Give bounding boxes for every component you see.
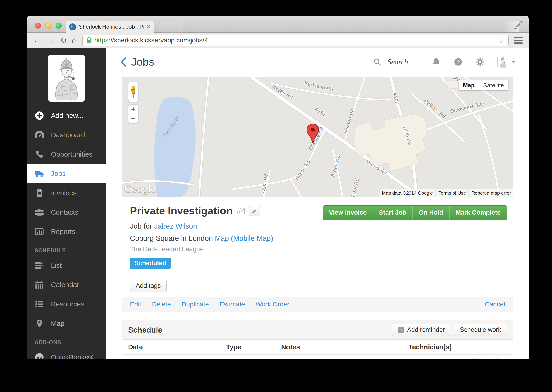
- job-for-label: Job for: [130, 222, 152, 230]
- sidebar-item-opportunities[interactable]: Opportunities: [27, 145, 106, 164]
- terms-of-use-link[interactable]: Terms of Use: [436, 189, 468, 197]
- bookmark-star-icon[interactable]: ☆: [498, 36, 505, 45]
- page-title: Jobs: [131, 56, 154, 68]
- delete-link[interactable]: Delete: [152, 301, 171, 308]
- sidebar-item-resources[interactable]: Resources: [27, 294, 106, 314]
- back-icon[interactable]: ←: [33, 36, 42, 45]
- minimize-window-button[interactable]: [45, 23, 51, 29]
- start-job-button[interactable]: Start Job: [373, 206, 412, 220]
- job-summary-panel: Private Investigation #4 View Invoice St…: [122, 199, 513, 312]
- url-text: ://sherlock.kickservapp.com/jobs/4: [108, 37, 208, 44]
- sidebar-section-addons: ADD-ONS: [27, 333, 106, 348]
- tab-favicon: k: [69, 23, 76, 30]
- invoice-document-icon: [34, 188, 45, 198]
- report-map-error-link[interactable]: Report a map error: [469, 189, 513, 197]
- sidebar-item-calendar[interactable]: Calendar: [27, 275, 106, 294]
- on-hold-button[interactable]: On Hold: [412, 206, 449, 220]
- phone-icon: [34, 149, 45, 160]
- job-links-bar: Edit Delete Duplicate Estimate Work Orde…: [122, 297, 513, 312]
- search-control[interactable]: Search: [373, 57, 408, 66]
- sidebar-item-quickbooks[interactable]: qb QuickBooks®: [27, 348, 106, 359]
- search-icon: [373, 58, 381, 66]
- home-icon[interactable]: ⌂: [72, 36, 77, 45]
- zoom-out-button[interactable]: −: [128, 114, 138, 123]
- sidebar-item-label: QuickBooks®: [51, 353, 93, 359]
- row-action-button[interactable]: [487, 358, 498, 359]
- map-link[interactable]: Map: [215, 234, 229, 242]
- sidebar-item-list[interactable]: List: [27, 256, 106, 275]
- sidebar-item-jobs[interactable]: Jobs: [27, 164, 106, 183]
- view-invoice-button[interactable]: View Invoice: [323, 206, 373, 220]
- sidebar-item-label: List: [51, 261, 62, 269]
- customer-link[interactable]: Jabez Wilson: [154, 222, 197, 230]
- help-icon[interactable]: ?: [453, 57, 463, 67]
- job-details: Private Investigation #4 View Invoice St…: [122, 199, 513, 274]
- add-tags-button[interactable]: Add tags: [130, 280, 167, 292]
- tags-section: Add tags: [122, 274, 513, 297]
- sidebar-item-label: Reports: [51, 228, 75, 236]
- row-action-button[interactable]: [472, 358, 483, 359]
- tab-title: Sherlock Holmes : Job : Pri: [79, 24, 145, 30]
- bullet-list-icon: [34, 299, 45, 309]
- zoom-in-button[interactable]: +: [128, 105, 138, 114]
- chrome-menu-icon[interactable]: [514, 37, 523, 44]
- sidebar-item-label: Jobs: [51, 170, 65, 178]
- tab-close-icon[interactable]: ×: [147, 23, 150, 30]
- browser-window: k Sherlock Holmes : Job : Pri × ← → ↻ ⌂ …: [27, 16, 529, 359]
- sidebar-item-contacts[interactable]: Contacts: [27, 203, 106, 222]
- sidebar-item-label: Calendar: [51, 281, 79, 289]
- map-type-control: Map Satellite: [459, 80, 508, 91]
- map-type-map-button[interactable]: Map: [459, 80, 479, 91]
- schedule-title: Schedule: [128, 326, 162, 335]
- quickbooks-icon: qb: [34, 352, 45, 359]
- account-avatar[interactable]: [48, 55, 85, 102]
- chevron-down-icon[interactable]: [511, 61, 516, 63]
- address-bar[interactable]: https ://sherlock.kickservapp.com/jobs/4…: [82, 35, 509, 46]
- edit-job-title-button[interactable]: [249, 206, 260, 216]
- schedule-table-header: Date Type Notes Technician(s): [122, 340, 513, 355]
- add-reminder-label: Add reminder: [407, 326, 445, 334]
- schedule-work-button[interactable]: Schedule work: [454, 324, 507, 336]
- fullscreen-icon[interactable]: [514, 21, 523, 29]
- sidebar-item-invoices[interactable]: Invoices: [27, 183, 106, 203]
- settings-gear-icon[interactable]: [475, 57, 485, 67]
- street-view-pegman[interactable]: [128, 82, 138, 102]
- sidebar-item-dashboard[interactable]: Dashboard: [27, 125, 106, 145]
- browser-titlebar: k Sherlock Holmes : Job : Pri ×: [27, 16, 529, 33]
- sidebar-item-map[interactable]: Map: [27, 314, 106, 333]
- sidebar-item-label: Opportunities: [51, 150, 92, 158]
- zoom-window-button[interactable]: [56, 23, 62, 29]
- user-avatar[interactable]: [497, 56, 508, 68]
- cancel-link[interactable]: Cancel: [485, 301, 505, 308]
- work-order-link[interactable]: Work Order: [256, 301, 289, 308]
- sidebar: Add new... Dashboard Opportunities: [27, 48, 106, 359]
- mobile-map-link[interactable]: (Mobile Map): [231, 234, 273, 242]
- job-number: #4: [236, 206, 246, 216]
- job-location-map[interactable]: Parkland RdMayes RdB151Coburg RdCaxton R…: [122, 77, 513, 197]
- estimate-link[interactable]: Estimate: [220, 301, 245, 308]
- schedule-work-label: Schedule work: [460, 326, 501, 334]
- plus-icon: +: [398, 327, 404, 333]
- mark-complete-button[interactable]: Mark Complete: [449, 206, 507, 220]
- job-title: Private Investigation: [130, 205, 233, 217]
- url-protocol: https: [94, 37, 108, 44]
- close-window-button[interactable]: [35, 23, 41, 29]
- sidebar-item-label: Invoices: [51, 189, 77, 197]
- new-tab-button[interactable]: [159, 22, 183, 33]
- map-type-satellite-button[interactable]: Satellite: [479, 80, 508, 91]
- browser-tab[interactable]: k Sherlock Holmes : Job : Pri ×: [65, 21, 154, 33]
- sidebar-item-label: Dashboard: [51, 131, 85, 139]
- ssl-lock-icon: [86, 37, 92, 44]
- notifications-bell-icon[interactable]: [432, 57, 441, 67]
- add-reminder-button[interactable]: + Add reminder: [392, 324, 451, 336]
- edit-link[interactable]: Edit: [130, 301, 141, 308]
- duplicate-link[interactable]: Duplicate: [181, 301, 209, 308]
- map-zoom-control: + −: [128, 105, 138, 123]
- sidebar-item-label: Resources: [51, 300, 84, 308]
- map-attribution: Map data ©2014 Google Terms of Use Repor…: [380, 189, 513, 197]
- sidebar-item-reports[interactable]: Reports: [27, 222, 106, 241]
- sidebar-item-add-new[interactable]: Add new...: [27, 106, 106, 125]
- reload-icon[interactable]: ↻: [60, 36, 67, 44]
- forward-icon[interactable]: →: [47, 36, 56, 45]
- back-chevron-icon[interactable]: [120, 57, 126, 67]
